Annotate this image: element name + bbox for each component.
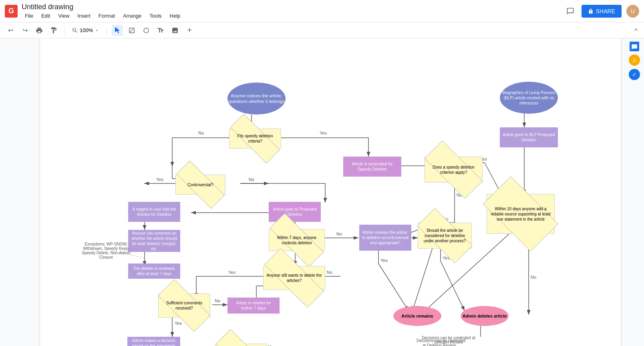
proposed-deletion-rect: Article goes to Proposed Deletion — [269, 202, 321, 222]
menu-view[interactable]: View — [55, 12, 72, 20]
svg-text:No: No — [249, 177, 254, 182]
blp-node: "Biographies of Living Persons" (BLP) ar… — [500, 82, 558, 114]
title-area: Untitled drawing File Edit View Insert F… — [22, 3, 560, 20]
decision-delete-diamond: Desicion is delete? — [215, 344, 267, 346]
select-tool[interactable] — [112, 25, 123, 36]
text-tool[interactable] — [155, 25, 166, 36]
start-node: Anyone notices the article, questions wh… — [227, 82, 286, 115]
svg-text:Yes: Yes — [175, 321, 182, 326]
menu-help[interactable]: Help — [167, 12, 184, 20]
comments-button[interactable] — [564, 5, 577, 18]
sufficient-comments-diamond: Sufficient comments received? — [158, 294, 210, 318]
menu-tools[interactable]: Tools — [146, 12, 165, 20]
article-remains-oval: Article remains — [393, 306, 441, 326]
menu-file[interactable]: File — [22, 12, 36, 20]
decisions-contested-text: Decisions can be contested at Deletion R… — [415, 336, 483, 344]
shapes-tool[interactable] — [141, 25, 152, 36]
svg-text:Yes: Yes — [268, 344, 276, 346]
fits-speedy-diamond: Fits speedy deletion criteria? — [229, 129, 281, 149]
svg-text:Yes: Yes — [320, 131, 327, 135]
separator-2 — [107, 26, 107, 34]
canvas-area: No Yes Yes No Yes No — [0, 38, 644, 346]
svg-text:No: No — [531, 275, 536, 280]
menu-format[interactable]: Format — [95, 12, 118, 20]
top-right: SHARE U — [564, 5, 639, 18]
speedy-criterion-diamond: Does a speedy deletion criterion apply? — [425, 157, 483, 183]
chat-icon[interactable] — [630, 42, 639, 51]
svg-line-42 — [378, 264, 409, 311]
warning-icon: ⚠ — [629, 54, 640, 66]
print-button[interactable] — [34, 25, 45, 36]
menu-bar: File Edit View Insert Format Arrange Too… — [22, 12, 560, 20]
drawing-canvas[interactable]: No Yes Yes No Yes No — [40, 38, 621, 346]
menu-insert[interactable]: Insert — [74, 12, 94, 20]
within-10-days-diamond: Within 10 days anyone add a reliable sou… — [487, 194, 555, 234]
blp-proposed-rect: Article goes to BLP Proposed Deletion — [500, 127, 558, 147]
logged-in-user-rect: A logged-in user lists the Articles for … — [128, 202, 180, 222]
menu-edit[interactable]: Edit — [38, 12, 53, 20]
add-tool[interactable]: + — [184, 25, 195, 36]
share-button[interactable]: SHARE — [582, 5, 622, 18]
top-bar: G Untitled drawing File Edit View Insert… — [0, 0, 644, 22]
zoom-level: 100% — [80, 27, 93, 33]
svg-text:No: No — [327, 270, 332, 275]
svg-text:Yes: Yes — [156, 177, 163, 182]
zoom-control[interactable]: 100% — [69, 26, 102, 34]
anyone-still-diamond: Anyone still wants to delete the article… — [263, 266, 325, 290]
toolbar: ↩ ↪ 100% + — [0, 22, 644, 38]
controversial-diamond: Controversial? — [175, 175, 225, 195]
anyone-comment-rect: Anyone can comment on whether the articl… — [128, 230, 180, 252]
collapse-btn[interactable] — [633, 26, 639, 34]
within-7-days-diamond: Within 7 days, anyone contests deletion — [269, 229, 325, 251]
article-relisted-rect: Article is relisted for further 7 days — [227, 298, 280, 314]
app-icon: G — [5, 5, 18, 18]
paint-format-button[interactable] — [48, 25, 59, 36]
flowchart-container: No Yes Yes No Yes No — [40, 38, 621, 346]
menu-arrange[interactable]: Arrange — [120, 12, 145, 20]
admin-reviews-rect: Admin reviews the article: Is deletion u… — [359, 225, 411, 251]
article-nominated-rect: Article is nominated for Speedy Deletion — [343, 157, 401, 177]
svg-text:No: No — [215, 298, 220, 303]
admin-deletes-oval: Admin deletes article — [461, 306, 509, 326]
debate-reviewed-rect: The debate is reviewed, after at least 7… — [128, 264, 180, 279]
image-tool[interactable] — [169, 25, 181, 36]
svg-text:Yes: Yes — [380, 258, 388, 263]
right-panel: ⚠ ✓ — [625, 38, 644, 346]
line-tool[interactable] — [126, 25, 137, 36]
svg-text:Yes: Yes — [228, 270, 235, 275]
separator-1 — [64, 26, 64, 34]
should-article-diamond: Should the article be considered for del… — [418, 223, 472, 249]
svg-text:No: No — [198, 131, 204, 135]
svg-line-47 — [441, 261, 465, 311]
admin-makes-decision-rect: Admin makes a decision based on the argu… — [127, 337, 180, 346]
exceptions-text: Exceptions: WP-SNOW, Withdrawn, Speedy K… — [80, 242, 132, 260]
undo-button[interactable]: ↩ — [5, 25, 16, 36]
checkmark-icon: ✓ — [629, 69, 640, 80]
doc-title[interactable]: Untitled drawing — [22, 3, 560, 11]
share-label: SHARE — [596, 8, 615, 14]
user-avatar[interactable]: U — [626, 5, 639, 18]
svg-text:No: No — [336, 231, 342, 236]
redo-button[interactable]: ↪ — [19, 25, 30, 36]
svg-point-0 — [144, 28, 149, 33]
